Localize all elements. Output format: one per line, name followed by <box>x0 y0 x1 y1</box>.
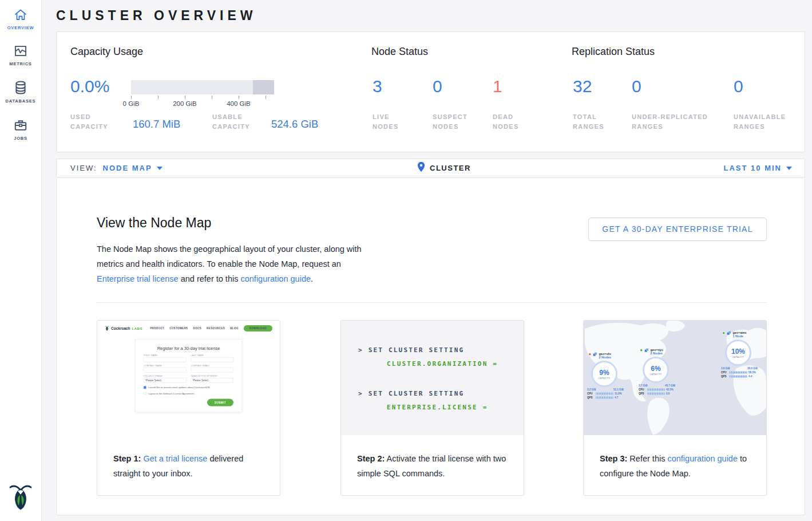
capacity-ring: 9%CAPACITY <box>591 361 617 387</box>
node-status-title: Node Status <box>371 46 428 58</box>
configuration-guide-link[interactable]: configuration guide <box>240 274 311 283</box>
sidebar-item-label: OVERVIEW <box>0 25 41 30</box>
sidebar-item-jobs[interactable]: JOBS <box>0 109 41 147</box>
node-status-dot-red <box>588 353 592 356</box>
sidebar-item-metrics[interactable]: METRICS <box>0 36 41 72</box>
minisite-nav-item: RESOURCES <box>207 327 225 330</box>
sidebar-item-label: DATABASES <box>0 98 41 104</box>
cpu-bar <box>647 389 665 391</box>
step-2-caption: Step 2: Activate the trial license with … <box>357 451 513 481</box>
section-divider <box>97 302 767 303</box>
node-map-description: The Node Map shows the geographical layo… <box>97 242 371 286</box>
gauge-tick-label: 400 GiB <box>227 100 251 107</box>
minisite-submit-button: SUBMIT <box>207 399 233 406</box>
dead-nodes-label: DEADNODES <box>493 112 519 132</box>
capacity-gauge-ticks <box>131 94 274 99</box>
minisite-download-button: DOWNLOAD <box>244 325 272 331</box>
get-enterprise-trial-button[interactable]: GET A 30-DAY ENTERPRISE TRIAL <box>588 218 767 241</box>
node-map-panel: View the Node Map The Node Map shows the… <box>56 179 805 515</box>
sql-code-snippet: > SET CLUSTER SETTING CLUSTER.ORGANIZATI… <box>341 321 524 435</box>
email-updates-checkbox <box>144 386 146 389</box>
under-replicated-ranges-value: 0 <box>632 77 641 96</box>
time-range-selector[interactable]: LAST 10 MIN <box>724 159 792 177</box>
form-title: Register for a 30-day trial license <box>144 346 233 351</box>
company-email-field <box>191 368 234 373</box>
databases-icon <box>0 80 41 95</box>
metrics-icon <box>0 44 41 58</box>
company-name-field <box>144 368 187 373</box>
sidebar: OVERVIEW METRICS DATABASES JOBS <box>0 0 42 521</box>
project-phase-select: Please Select <box>144 378 187 383</box>
node-badge-sfo: geo=sfo2 Nodes 9%CAPACITY 3.2 GiB51.1 Gi… <box>587 352 630 399</box>
capacity-gauge: 0 GiB 200 GiB 400 GiB <box>131 80 274 108</box>
cockroach-labs-wordmark: CockroachLABS <box>105 326 142 331</box>
chevron-down-icon <box>786 167 792 170</box>
cockroach-bug-icon <box>105 326 109 331</box>
configuration-guide-link[interactable]: configuration guide <box>667 454 738 463</box>
step-2-card: > SET CLUSTER SETTING CLUSTER.ORGANIZATI… <box>340 320 524 496</box>
cpu-bar <box>730 372 747 374</box>
capacity-ring: 10%CAPACITY <box>725 340 751 366</box>
capacity-usage-title: Capacity Usage <box>70 46 143 58</box>
reason-for-interest-select: Please Select <box>191 378 234 383</box>
last-name-field <box>191 357 234 362</box>
cluster-summary-card: Capacity Usage 0.0% 0 GiB 200 GiB 400 Gi… <box>56 31 805 152</box>
gauge-tick-label: 0 GiB <box>123 100 140 107</box>
cluster-breadcrumb-label: CLUSTER <box>430 164 471 172</box>
qps-bar <box>596 397 613 399</box>
usable-capacity-label: USABLECAPACITY <box>212 112 250 132</box>
node-cube-icon <box>644 348 649 353</box>
sidebar-item-label: METRICS <box>0 61 41 66</box>
license-agreement-checkbox <box>144 392 146 395</box>
qps-bar <box>730 376 747 378</box>
home-icon <box>0 8 41 22</box>
view-bar: VIEW: NODE MAP CLUSTER LAST 10 MIN <box>56 159 805 177</box>
capacity-ring: 6%CAPACITY <box>643 357 669 383</box>
view-label: VIEW: <box>70 164 97 172</box>
gauge-tick-label: 200 GiB <box>173 100 197 107</box>
get-trial-license-link[interactable]: Get a trial license <box>143 454 207 463</box>
cockroach-labs-logo-icon <box>8 483 33 511</box>
minisite-nav-item: DOCS <box>193 327 201 330</box>
trial-registration-screenshot: CockroachLABS PRODUCT CUSTOMERS DOCS RES… <box>97 321 280 427</box>
node-map-title: View the Node Map <box>97 215 211 231</box>
node-badge-nyc: geo=nyc2 Nodes 6%CAPACITY 3.7 GiB43.7 Gi… <box>639 348 682 395</box>
capacity-percent: 0.0% <box>70 77 109 96</box>
suspect-nodes-label: SUSPECTNODES <box>433 112 468 132</box>
suspect-nodes-value: 0 <box>433 77 442 96</box>
used-capacity-label: USEDCAPACITY <box>70 112 108 132</box>
node-map-preview: geo=sfo2 Nodes 9%CAPACITY 3.2 GiB51.1 Gi… <box>584 321 766 435</box>
sidebar-item-label: JOBS <box>0 136 41 141</box>
location-pin-icon <box>417 161 425 175</box>
replication-status-title: Replication Status <box>572 46 655 58</box>
usable-capacity-value: 524.6 GiB <box>271 118 318 131</box>
trial-registration-form: Register for a 30-day trial license FIRS… <box>136 339 242 412</box>
total-ranges-value: 32 <box>573 77 592 96</box>
minisite-nav-item: BLOG <box>230 327 239 330</box>
chevron-down-icon <box>157 167 163 170</box>
step-3-caption: Step 3: Refer this configuration guide t… <box>600 451 756 481</box>
node-status-dot-green <box>640 349 643 352</box>
jobs-icon <box>0 117 41 132</box>
sidebar-item-overview[interactable]: OVERVIEW <box>0 0 41 36</box>
unavailable-ranges-value: 0 <box>734 77 743 96</box>
node-cube-icon <box>593 352 597 357</box>
unavailable-ranges-label: UNAVAILABLERANGES <box>734 112 786 132</box>
step-3-card: geo=sfo2 Nodes 9%CAPACITY 3.2 GiB51.1 Gi… <box>583 320 767 496</box>
cpu-bar <box>596 393 613 395</box>
node-badge-ams: geo=ams1 Node 10%CAPACITY 3.6 GiB36.6 Gi… <box>721 331 764 378</box>
view-selector[interactable]: NODE MAP <box>103 164 163 172</box>
sidebar-item-databases[interactable]: DATABASES <box>0 72 41 109</box>
under-replicated-ranges-label: UNDER-REPLICATEDRANGES <box>632 112 708 132</box>
capacity-gauge-bar <box>131 80 274 94</box>
step-1-card: CockroachLABS PRODUCT CUSTOMERS DOCS RES… <box>97 320 280 496</box>
used-capacity-value: 160.7 MiB <box>133 118 180 131</box>
node-cube-icon <box>727 331 731 336</box>
minisite-nav-item: CUSTOMERS <box>169 327 188 330</box>
dead-nodes-value: 1 <box>493 77 502 96</box>
qps-bar <box>647 393 665 395</box>
first-name-field <box>144 357 187 362</box>
node-status-dot-green <box>722 331 726 335</box>
live-nodes-label: LIVENODES <box>373 112 399 132</box>
enterprise-trial-license-link[interactable]: Enterprise trial license <box>97 274 179 283</box>
